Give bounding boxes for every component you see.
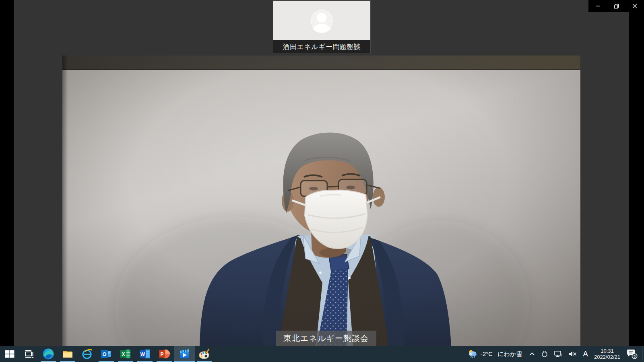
minimize-button[interactable]	[588, 0, 607, 12]
hidden-icons-button[interactable]	[526, 346, 538, 362]
network-icon	[554, 350, 563, 358]
participant-thumbnail[interactable]: 酒田エネルギー問題懇談	[273, 1, 370, 53]
speaker-name-label: 東北エネルギー懇談会	[276, 331, 376, 346]
task-view-icon	[23, 348, 35, 360]
taskbar-app-word[interactable]: W	[135, 346, 155, 362]
taskbar-app-paint[interactable]	[195, 346, 214, 362]
taskbar: O X	[0, 346, 644, 362]
video-letterbox-left	[0, 0, 14, 346]
outlook-icon: O	[100, 348, 112, 360]
participant-thumbnail-video	[273, 1, 370, 40]
tray-status-button[interactable]	[538, 346, 551, 362]
paint-icon	[198, 348, 211, 360]
player-titlebar	[588, 0, 644, 12]
ime-mode-indicator: A	[583, 350, 588, 358]
status-circle-icon	[541, 350, 548, 358]
weather-widget[interactable]: -2°C にわか雪	[464, 349, 526, 359]
svg-text:X: X	[122, 352, 125, 357]
excel-icon: X	[120, 348, 132, 360]
taskbar-app-file-explorer[interactable]	[58, 346, 77, 362]
taskbar-app-powerpoint[interactable]: P	[155, 346, 174, 362]
file-explorer-icon	[62, 348, 74, 360]
restore-icon	[614, 4, 619, 9]
action-center-icon: 5	[626, 348, 638, 360]
close-icon	[632, 4, 637, 8]
edge-icon	[42, 348, 54, 360]
taskbar-app-internet-explorer[interactable]	[77, 346, 97, 362]
movies-tv-icon	[178, 348, 190, 360]
clock-widget[interactable]: 10:31 2022/02/21	[591, 348, 623, 360]
taskbar-app-movies-tv[interactable]	[174, 346, 195, 362]
action-center-button[interactable]: 5	[623, 346, 640, 362]
word-icon: W	[139, 348, 151, 360]
notification-badge: 5	[634, 354, 636, 358]
powerpoint-icon: P	[158, 348, 170, 360]
taskbar-app-outlook[interactable]: O	[97, 346, 116, 362]
weather-temperature: -2°C	[481, 350, 493, 358]
desktop-screen: 酒田エネルギー問題懇談	[0, 0, 644, 362]
show-desktop-button[interactable]	[642, 346, 642, 362]
restore-button[interactable]	[607, 0, 625, 12]
svg-text:P: P	[160, 352, 163, 357]
volume-muted-icon	[568, 350, 577, 358]
system-tray: -2°C にわか雪	[464, 346, 644, 362]
main-speaker-video[interactable]: 東北エネルギー懇談会	[62, 56, 580, 346]
taskbar-app-edge[interactable]	[39, 346, 58, 362]
task-view-button[interactable]	[19, 346, 39, 362]
weather-condition: にわか雪	[497, 350, 522, 358]
video-letterbox-right	[629, 0, 644, 346]
avatar	[273, 1, 370, 40]
hidden-icons-chevron	[529, 351, 535, 357]
volume-button[interactable]	[566, 346, 580, 362]
taskbar-apps: O X	[0, 346, 214, 362]
network-button[interactable]	[551, 346, 566, 362]
close-button[interactable]	[625, 0, 644, 12]
clock-date: 2022/02/21	[594, 354, 620, 360]
minimize-icon	[595, 4, 600, 8]
clock-time: 10:31	[601, 348, 614, 354]
svg-text:O: O	[102, 351, 106, 357]
internet-explorer-icon	[81, 348, 93, 360]
speaker-person	[62, 56, 580, 346]
svg-text:W: W	[140, 352, 145, 357]
start-button[interactable]	[0, 346, 19, 362]
weather-icon	[468, 349, 477, 359]
taskbar-app-excel[interactable]: X	[116, 346, 135, 362]
ime-mode-button[interactable]: A	[580, 346, 591, 362]
windows-start-icon	[4, 348, 16, 360]
participant-name-label: 酒田エネルギー問題懇談	[273, 40, 370, 53]
